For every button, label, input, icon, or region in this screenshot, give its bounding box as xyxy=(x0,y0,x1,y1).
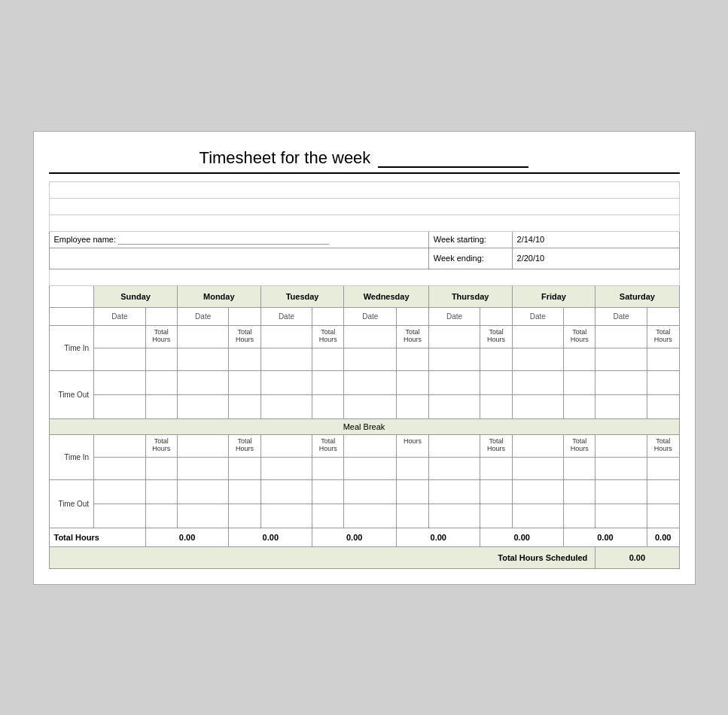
sun-total-2: TotalHours xyxy=(145,434,177,457)
total-hours-row-label: Total Hours xyxy=(49,528,145,546)
total-fri: 0.00 xyxy=(564,528,647,546)
week-ending-label: Week ending: xyxy=(428,248,512,269)
meal-break-label: Meal Break xyxy=(343,422,385,431)
tuesday-date: Date xyxy=(260,307,312,325)
wed-total-1: TotalHours xyxy=(397,325,429,348)
total-tue: 0.00 xyxy=(312,528,397,546)
thu-total-1: TotalHours xyxy=(480,325,512,348)
sunday-header: Sunday xyxy=(94,285,178,307)
monday-header: Monday xyxy=(177,285,260,307)
total-scheduled-label: Total Hours Scheduled xyxy=(49,546,595,568)
time-in-2-label: Time In xyxy=(49,434,94,479)
saturday-header: Saturday xyxy=(595,285,679,307)
tuesday-header: Tuesday xyxy=(260,285,344,307)
week-underline xyxy=(378,147,528,168)
week-ending-value: 2/20/10 xyxy=(512,248,679,269)
time-out-1-label: Time Out xyxy=(49,370,94,418)
wed-hours-2: Hours xyxy=(397,434,429,457)
thu-total-2: TotalHours xyxy=(480,434,512,457)
time-in-1-label: Time In xyxy=(49,325,94,370)
wednesday-header: Wednesday xyxy=(344,285,428,307)
fri-total-1: TotalHours xyxy=(564,325,595,348)
friday-header: Friday xyxy=(512,285,595,307)
page-title: Timesheet for the week xyxy=(200,148,371,167)
thursday-date: Date xyxy=(428,307,480,325)
sat-total-2: TotalHours xyxy=(647,434,679,457)
saturday-date: Date xyxy=(595,307,647,325)
fri-total-2: TotalHours xyxy=(564,434,595,457)
total-wed: 0.00 xyxy=(397,528,480,546)
mon-total-2: TotalHours xyxy=(229,434,260,457)
total-scheduled-value: 0.00 xyxy=(595,546,679,568)
week-starting-label: Week starting: xyxy=(428,231,512,248)
page: Timesheet for the week xyxy=(33,131,696,585)
sunday-date: Date xyxy=(94,307,146,325)
total-mon: 0.00 xyxy=(229,528,312,546)
thursday-header: Thursday xyxy=(428,285,512,307)
total-sun: 0.00 xyxy=(145,528,229,546)
mon-total-1: TotalHours xyxy=(229,325,260,348)
tue-total-1: TotalHours xyxy=(312,325,344,348)
friday-date: Date xyxy=(512,307,564,325)
wednesday-date: Date xyxy=(344,307,397,325)
time-out-2-label: Time Out xyxy=(49,479,94,528)
sun-total-1: TotalHours xyxy=(145,325,177,348)
monday-date: Date xyxy=(177,307,229,325)
sat-total-1: TotalHours xyxy=(647,325,679,348)
total-sat: 0.00 xyxy=(647,528,679,546)
employee-label: Employee name: xyxy=(54,235,117,244)
tue-total-2: TotalHours xyxy=(312,434,344,457)
week-starting-value: 2/14/10 xyxy=(512,231,679,248)
total-thu: 0.00 xyxy=(480,528,564,546)
